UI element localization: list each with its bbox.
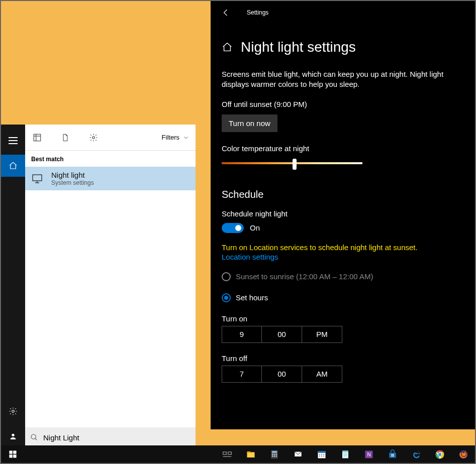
turn-off-time: 7 00 AM — [222, 366, 466, 383]
rail-home-button[interactable] — [1, 155, 25, 177]
start-button[interactable] — [1, 445, 25, 463]
svg-rect-32 — [321, 454, 322, 455]
svg-point-50 — [438, 452, 441, 456]
taskbar-calendar[interactable] — [310, 445, 333, 463]
location-warning: Turn on Location services to schedule ni… — [222, 243, 466, 252]
rail-user-button[interactable] — [1, 425, 25, 447]
svg-text:N: N — [367, 452, 370, 457]
color-temp-slider[interactable] — [222, 158, 362, 169]
schedule-toggle-label: Schedule night light — [222, 209, 466, 218]
svg-rect-18 — [247, 452, 254, 457]
svg-rect-2 — [34, 134, 41, 141]
task-view-button[interactable] — [216, 445, 239, 463]
svg-rect-25 — [272, 455, 273, 457]
radio-sunset-label: Sunset to sunrise (12:00 AM – 12:00 AM) — [236, 272, 373, 281]
taskbar-chrome[interactable] — [428, 445, 451, 463]
slider-track — [222, 162, 362, 164]
svg-point-5 — [92, 136, 95, 139]
svg-rect-12 — [13, 450, 16, 453]
svg-rect-21 — [272, 451, 277, 452]
turn-on-minute[interactable]: 00 — [262, 326, 302, 343]
monitor-icon — [30, 173, 44, 185]
taskbar-notepad[interactable] — [333, 445, 357, 463]
search-icon — [30, 433, 38, 441]
settings-body: Night light settings Screens emit blue l… — [211, 24, 476, 402]
svg-rect-11 — [9, 450, 12, 453]
schedule-toggle-state: On — [250, 223, 260, 232]
taskbar-store[interactable] — [380, 445, 404, 463]
svg-rect-46 — [393, 454, 394, 455]
turn-off-minute[interactable]: 00 — [262, 366, 302, 383]
taskbar-calculator[interactable] — [262, 445, 286, 463]
result-title: Night light — [51, 171, 94, 179]
svg-rect-14 — [13, 454, 16, 457]
turn-on-now-button[interactable]: Turn on now — [222, 114, 277, 132]
night-light-status: Off until sunset (9:00 PM) — [222, 100, 466, 108]
turn-off-hour[interactable]: 7 — [222, 366, 262, 383]
radio-sunset-row: Sunset to sunrise (12:00 AM – 12:00 AM) — [222, 272, 466, 281]
svg-rect-34 — [319, 455, 320, 456]
schedule-toggle[interactable] — [222, 223, 244, 233]
svg-rect-31 — [319, 454, 320, 455]
taskbar-onenote[interactable]: N — [357, 445, 380, 463]
radio-sunset[interactable] — [222, 272, 231, 281]
svg-rect-24 — [275, 453, 277, 455]
settings-filter-icon[interactable] — [87, 132, 100, 144]
taskbar-mail[interactable] — [286, 445, 310, 463]
color-temp-label: Color temperature at night — [222, 144, 466, 153]
svg-point-1 — [12, 434, 14, 436]
svg-rect-48 — [393, 455, 394, 456]
svg-line-10 — [35, 438, 37, 440]
page-title: Night light settings — [241, 39, 356, 55]
page-title-row: Night light settings — [222, 39, 466, 55]
svg-rect-16 — [228, 452, 232, 454]
radio-set-hours[interactable] — [222, 293, 231, 302]
schedule-toggle-row: On — [222, 223, 466, 233]
svg-rect-47 — [391, 455, 392, 456]
settings-header: Settings — [211, 1, 476, 24]
svg-rect-44 — [389, 452, 396, 457]
slider-thumb[interactable] — [293, 159, 297, 170]
search-input[interactable] — [43, 433, 191, 442]
hamburger-menu-button[interactable] — [1, 130, 25, 152]
svg-rect-35 — [321, 455, 322, 456]
svg-rect-36 — [323, 455, 324, 456]
svg-point-0 — [12, 410, 15, 413]
turn-off-ampm[interactable]: AM — [302, 366, 342, 383]
back-button[interactable] — [222, 8, 232, 17]
settings-app-title: Settings — [247, 9, 268, 16]
taskbar: N — [1, 445, 475, 463]
taskbar-firefox[interactable] — [451, 445, 475, 463]
rail-settings-button[interactable] — [1, 400, 25, 422]
turn-on-ampm[interactable]: PM — [302, 326, 342, 343]
taskbar-file-explorer[interactable] — [239, 445, 262, 463]
filters-dropdown[interactable]: Filters — [162, 134, 189, 141]
search-input-row — [25, 427, 196, 447]
search-result-night-light[interactable]: Night light System settings — [25, 167, 196, 190]
svg-rect-27 — [275, 455, 277, 457]
page-description: Screens emit blue light, which can keep … — [222, 69, 453, 90]
documents-filter-icon[interactable] — [59, 132, 71, 144]
svg-rect-22 — [272, 453, 273, 455]
svg-rect-45 — [391, 454, 392, 455]
svg-rect-6 — [33, 175, 42, 181]
svg-point-9 — [31, 434, 36, 439]
svg-rect-15 — [223, 452, 227, 454]
svg-rect-19 — [247, 451, 250, 453]
settings-window: Settings Night light settings Screens em… — [211, 1, 476, 429]
search-toolbar: Filters — [25, 125, 196, 151]
location-settings-link[interactable]: Location settings — [222, 253, 278, 261]
apps-filter-icon[interactable] — [31, 132, 43, 144]
home-icon[interactable] — [222, 42, 233, 53]
taskbar-edge[interactable] — [404, 445, 428, 463]
svg-rect-23 — [274, 453, 275, 455]
start-menu-rail — [1, 125, 25, 447]
svg-rect-13 — [9, 454, 12, 457]
radio-set-hours-label: Set hours — [236, 293, 268, 302]
turn-on-hour[interactable]: 9 — [222, 326, 262, 343]
start-search-panel: Filters Best match Night light System se… — [25, 125, 196, 447]
svg-rect-38 — [342, 450, 348, 452]
svg-rect-26 — [274, 455, 275, 457]
turn-off-label: Turn off — [222, 354, 466, 363]
chevron-down-icon — [182, 134, 189, 141]
